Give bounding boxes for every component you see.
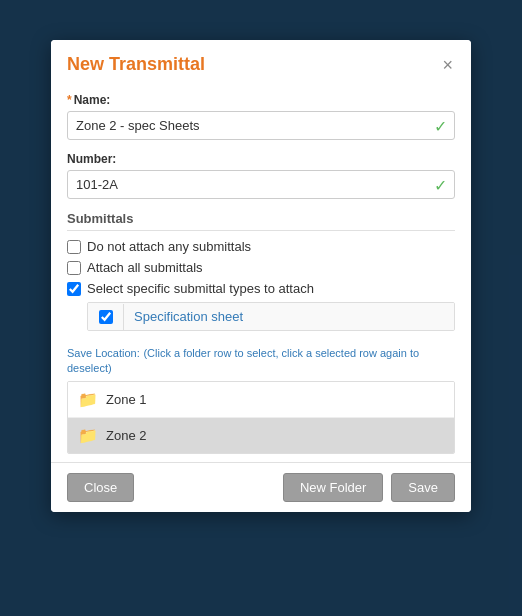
submittal-type-checkbox[interactable] [99, 310, 113, 324]
name-input-wrapper: ✓ [67, 111, 455, 140]
submittal-type-row[interactable]: Specification sheet [88, 303, 454, 330]
modal-title: New Transmittal [67, 54, 205, 75]
modal-footer: Close New Folder Save [51, 462, 471, 512]
option-specific-submittals-label: Select specific submittal types to attac… [87, 281, 314, 296]
name-input[interactable] [67, 111, 455, 140]
folder-name-zone2: Zone 2 [106, 428, 146, 443]
submittals-section-label: Submittals [67, 211, 455, 231]
folder-icon-zone1: 📁 [78, 390, 98, 409]
option-specific-submittals[interactable]: Select specific submittal types to attac… [67, 281, 455, 296]
option-specific-submittals-checkbox[interactable] [67, 282, 81, 296]
save-button[interactable]: Save [391, 473, 455, 502]
option-no-submittals-checkbox[interactable] [67, 240, 81, 254]
submittal-type-checkbox-cell[interactable] [88, 304, 124, 330]
name-label: *Name: [67, 93, 455, 107]
folder-name-zone1: Zone 1 [106, 392, 146, 407]
folder-list: 📁 Zone 1 📁 Zone 2 [67, 381, 455, 454]
name-valid-icon: ✓ [434, 116, 447, 135]
submittal-type-name[interactable]: Specification sheet [124, 303, 454, 330]
close-icon[interactable]: × [440, 56, 455, 74]
required-indicator: * [67, 93, 72, 107]
submittal-types-table: Specification sheet [87, 302, 455, 331]
folder-item-zone1[interactable]: 📁 Zone 1 [68, 382, 454, 418]
number-input-wrapper: ✓ [67, 170, 455, 199]
option-no-submittals-label: Do not attach any submittals [87, 239, 251, 254]
number-valid-icon: ✓ [434, 175, 447, 194]
folder-item-zone2[interactable]: 📁 Zone 2 [68, 418, 454, 453]
number-input[interactable] [67, 170, 455, 199]
folder-icon-zone2: 📁 [78, 426, 98, 445]
option-no-submittals[interactable]: Do not attach any submittals [67, 239, 455, 254]
option-all-submittals-label: Attach all submittals [87, 260, 203, 275]
option-all-submittals-checkbox[interactable] [67, 261, 81, 275]
save-location-label: Save Location: (Click a folder row to se… [67, 345, 455, 375]
option-all-submittals[interactable]: Attach all submittals [67, 260, 455, 275]
close-button[interactable]: Close [67, 473, 134, 502]
new-folder-button[interactable]: New Folder [283, 473, 383, 502]
number-label: Number: [67, 152, 455, 166]
